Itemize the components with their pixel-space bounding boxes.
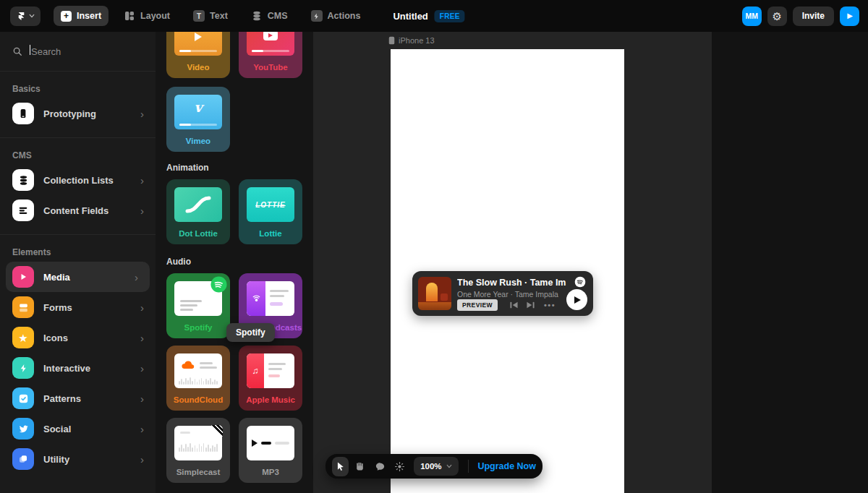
media-panel: Video YouTube v Vimeo Animation Dot Lott… bbox=[156, 32, 313, 493]
tile-label: Apple Music bbox=[239, 395, 302, 404]
insert-button[interactable]: + Insert bbox=[54, 6, 109, 26]
chevron-right-icon: › bbox=[140, 393, 144, 405]
search-input[interactable]: Search bbox=[0, 32, 156, 71]
tile-label: YouTube bbox=[239, 63, 302, 72]
tile-youtube[interactable]: YouTube bbox=[239, 32, 302, 78]
item-label: Prototyping bbox=[43, 108, 96, 119]
item-label: Social bbox=[43, 424, 71, 434]
bolt-icon bbox=[12, 357, 34, 379]
tile-spotify[interactable]: Spotify bbox=[166, 273, 230, 338]
tile-mp3[interactable]: MP3 bbox=[239, 418, 302, 483]
sidebar-item-interactive[interactable]: Interactive › bbox=[0, 353, 156, 383]
frame-label[interactable]: iPhone 13 bbox=[388, 36, 435, 45]
tooltip-spotify: Spotify bbox=[226, 323, 275, 342]
comment-tool-button[interactable] bbox=[372, 457, 388, 476]
tile-label: Simplecast bbox=[166, 468, 230, 476]
text-caret bbox=[30, 45, 30, 55]
cms-button[interactable]: CMS bbox=[243, 6, 296, 26]
spotify-icon bbox=[574, 276, 586, 288]
top-toolbar: + Insert Layout T Text CMS Actions Untit… bbox=[0, 0, 868, 32]
text-button[interactable]: T Text bbox=[185, 6, 236, 26]
chevron-right-icon: › bbox=[140, 332, 144, 344]
sidebar-item-collection-lists[interactable]: Collection Lists › bbox=[0, 165, 156, 195]
bird-icon bbox=[12, 418, 34, 440]
theme-toggle-button[interactable] bbox=[391, 457, 408, 476]
frame-label-text: iPhone 13 bbox=[399, 36, 435, 45]
section-header-animation: Animation bbox=[166, 163, 209, 173]
podcasts-thumbnail bbox=[247, 281, 294, 316]
embed-controls: PREVIEW ••• bbox=[457, 299, 556, 311]
upgrade-button[interactable]: Upgrade Now bbox=[477, 461, 536, 471]
tile-soundcloud[interactable]: SoundCloud bbox=[166, 346, 230, 411]
avatar[interactable]: MM bbox=[742, 7, 762, 26]
iphone-frame[interactable]: The Slow Rush · Tame Im One More Year · … bbox=[391, 49, 624, 493]
cloud-icon bbox=[179, 359, 197, 369]
chevron-right-icon: › bbox=[140, 108, 144, 120]
play-icon bbox=[195, 33, 202, 41]
text-lines bbox=[264, 353, 286, 388]
tile-label: Lottie bbox=[239, 229, 302, 238]
spotify-embed[interactable]: The Slow Rush · Tame Im One More Year · … bbox=[412, 271, 593, 316]
spotify-thumbnail bbox=[174, 281, 222, 316]
tile-video[interactable]: Video bbox=[166, 32, 230, 78]
layout-button[interactable]: Layout bbox=[116, 6, 178, 26]
tile-label: Vimeo bbox=[166, 137, 230, 145]
phone-icon bbox=[388, 36, 395, 45]
chevron-right-icon: › bbox=[140, 423, 144, 435]
sun-icon bbox=[394, 461, 405, 472]
embed-play-button[interactable] bbox=[566, 289, 587, 310]
preview-play-button[interactable]: ▶ bbox=[840, 7, 859, 26]
sidebar-item-social[interactable]: Social › bbox=[0, 413, 156, 444]
search-icon bbox=[12, 46, 22, 56]
tile-lottie[interactable]: LOTTIE Lottie bbox=[239, 179, 302, 244]
tile-vimeo[interactable]: v Vimeo bbox=[166, 87, 230, 152]
sidebar-item-utility[interactable]: Utility › bbox=[0, 444, 156, 474]
star-icon: ★ bbox=[12, 327, 34, 348]
insert-sidebar: Search Basics Prototyping › CMS Collecti… bbox=[0, 32, 156, 493]
chevron-right-icon: › bbox=[140, 362, 144, 374]
collection-lists-icon bbox=[12, 169, 34, 191]
zoom-level: 100% bbox=[420, 462, 441, 471]
select-tool-button[interactable] bbox=[332, 457, 349, 476]
framer-menu-button[interactable] bbox=[10, 7, 41, 26]
soundcloud-thumbnail bbox=[174, 353, 222, 388]
sidebar-item-patterns[interactable]: Patterns › bbox=[0, 383, 156, 413]
album-art bbox=[418, 277, 451, 310]
chevron-right-icon: › bbox=[140, 301, 144, 314]
squiggle-icon bbox=[174, 187, 222, 222]
group-label-basics: Basics bbox=[0, 72, 156, 98]
invite-button[interactable]: Invite bbox=[793, 7, 834, 26]
item-label: Content Fields bbox=[43, 205, 109, 216]
youtube-play-icon bbox=[263, 32, 278, 40]
check-icon bbox=[12, 387, 34, 409]
video-thumbnail bbox=[174, 32, 222, 56]
skip-back-icon bbox=[509, 301, 519, 309]
spotify-icon bbox=[210, 276, 227, 293]
tile-apple-music[interactable]: ♫ Apple Music bbox=[239, 346, 302, 411]
canvas[interactable]: iPhone 13 The Slow Rush · Tame Im One Mo… bbox=[313, 32, 712, 493]
track-title: The Slow Rush · Tame Im bbox=[457, 278, 571, 288]
sidebar-item-media[interactable]: Media › bbox=[6, 262, 150, 292]
sidebar-item-icons[interactable]: ★ Icons › bbox=[0, 322, 156, 353]
play-icon bbox=[252, 440, 258, 447]
tile-dot-lottie[interactable]: Dot Lottie bbox=[166, 179, 230, 244]
settings-button[interactable]: ⚙ bbox=[767, 7, 787, 26]
document-title[interactable]: Untitled bbox=[393, 11, 427, 22]
hand-tool-button[interactable] bbox=[352, 457, 368, 476]
text-line bbox=[180, 432, 190, 434]
tile-simplecast[interactable]: Simplecast bbox=[166, 418, 230, 483]
bottom-toolbar: 100% Upgrade Now bbox=[326, 454, 542, 479]
tile-label: SoundCloud bbox=[166, 395, 230, 404]
item-label: Icons bbox=[43, 333, 68, 343]
sidebar-item-prototyping[interactable]: Prototyping › bbox=[0, 98, 156, 129]
chevron-right-icon: › bbox=[140, 205, 144, 217]
media-icon bbox=[12, 266, 34, 288]
text-icon: T bbox=[193, 10, 205, 22]
mp3-thumbnail bbox=[247, 426, 294, 460]
sidebar-item-content-fields[interactable]: Content Fields › bbox=[0, 195, 156, 226]
zoom-select[interactable]: 100% bbox=[414, 457, 458, 476]
sidebar-item-forms[interactable]: Forms › bbox=[0, 292, 156, 322]
actions-button[interactable]: Actions bbox=[303, 6, 369, 26]
waveform bbox=[179, 443, 218, 452]
progress-track bbox=[275, 442, 289, 445]
